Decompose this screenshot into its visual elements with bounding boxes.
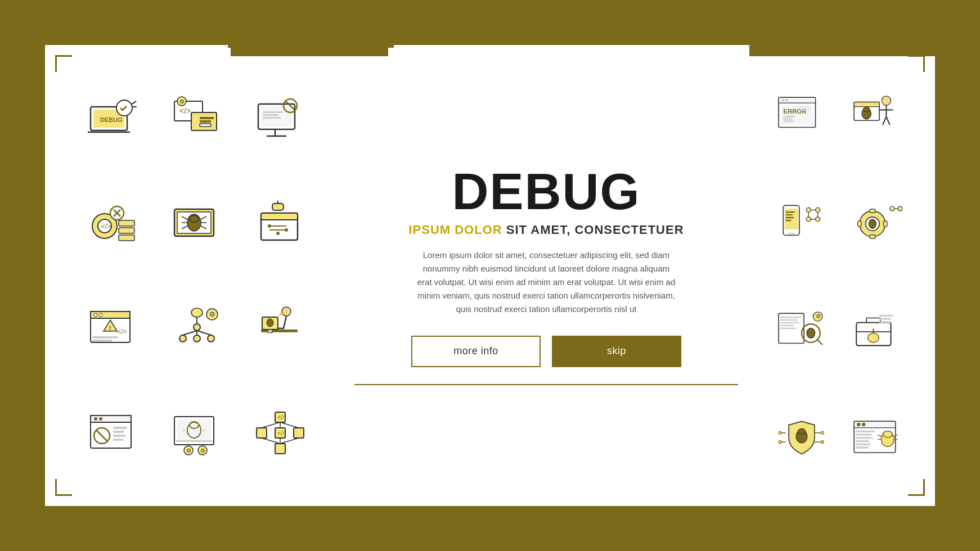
svg-point-53 (99, 313, 102, 317)
svg-point-153 (898, 206, 902, 211)
svg-rect-14 (261, 107, 292, 127)
svg-text:⚙: ⚙ (209, 310, 215, 318)
svg-rect-116 (783, 120, 793, 121)
svg-rect-187 (856, 431, 875, 432)
skip-button[interactable]: skip (552, 336, 681, 367)
more-info-button[interactable]: more info (411, 336, 541, 367)
svg-rect-149 (858, 221, 862, 227)
svg-rect-72 (268, 329, 272, 333)
svg-line-65 (197, 331, 211, 335)
svg-line-162 (817, 340, 822, 345)
icon-browser-bug-code (842, 386, 912, 489)
icon-search-bug: ⚙ (766, 278, 837, 381)
svg-point-49 (276, 232, 280, 235)
svg-point-90 (203, 429, 205, 431)
svg-rect-114 (783, 116, 794, 117)
icon-presentation-bug: ⚙ ⚙ (157, 383, 236, 484)
icon-network-bug: ⚙ (157, 278, 236, 378)
subtitle: IPSUM DOLOR SIT AMET, CONSECTETUER (408, 223, 684, 237)
svg-text:DEBUG: DEBUG (100, 116, 123, 123)
svg-rect-122 (802, 110, 803, 111)
icon-person-debugging (241, 278, 321, 378)
svg-point-62 (208, 335, 214, 342)
subtitle-dark: SIT AMET, CONSECTETUER (502, 223, 684, 237)
svg-point-138 (816, 207, 820, 212)
svg-rect-101 (275, 444, 285, 454)
svg-rect-29 (119, 228, 134, 233)
svg-point-194 (883, 431, 892, 437)
svg-rect-148 (870, 235, 875, 239)
icon-monitor-bug (157, 173, 236, 273)
svg-text:</>: </> (101, 222, 111, 231)
icon-browser-warning: ! </> (73, 278, 152, 378)
svg-point-152 (890, 206, 894, 211)
svg-rect-80 (113, 427, 127, 429)
svg-rect-30 (119, 235, 134, 241)
icon-briefcase-bug (842, 278, 912, 381)
svg-point-58 (191, 308, 203, 317)
svg-point-174 (779, 431, 781, 434)
svg-point-163 (807, 328, 815, 338)
svg-rect-170 (879, 315, 893, 317)
icon-folder-warning (241, 173, 321, 273)
icon-monitor-error (241, 67, 321, 168)
svg-rect-160 (780, 328, 797, 329)
buttons-row: more info skip (411, 336, 681, 367)
svg-text:⚙: ⚙ (179, 98, 185, 105)
main-card: DEBUG </> (45, 45, 935, 506)
svg-point-110 (781, 99, 784, 102)
svg-rect-189 (856, 437, 873, 439)
svg-text:⚙: ⚙ (816, 313, 821, 319)
svg-rect-120 (808, 107, 809, 108)
svg-text:⚙: ⚙ (200, 448, 205, 454)
svg-rect-81 (113, 431, 124, 433)
icon-person-monitor-bug (842, 62, 912, 165)
bracket-bottom-right (908, 479, 925, 496)
svg-point-47 (268, 224, 271, 228)
svg-point-60 (179, 335, 186, 342)
left-icon-panel: DEBUG </> (45, 45, 332, 506)
icon-shield-bug (766, 386, 837, 489)
svg-rect-28 (119, 220, 134, 226)
svg-line-195 (878, 435, 882, 436)
svg-point-89 (183, 429, 185, 431)
icon-gear-bug (842, 170, 912, 273)
svg-rect-21 (263, 117, 281, 119)
svg-rect-123 (805, 110, 806, 111)
svg-point-77 (99, 417, 102, 421)
svg-rect-117 (799, 107, 801, 108)
svg-point-129 (863, 107, 869, 112)
divider-line (354, 384, 738, 385)
svg-rect-127 (854, 102, 879, 107)
svg-point-186 (862, 423, 866, 427)
center-panel: DEBUG IPSUM DOLOR SIT AMET, CONSECTETUER… (332, 45, 761, 506)
svg-point-139 (806, 217, 811, 222)
svg-rect-57 (92, 340, 112, 342)
svg-rect-115 (783, 118, 792, 119)
svg-line-106 (262, 438, 280, 444)
icon-error-screen: ERROR (766, 62, 837, 165)
svg-line-63 (183, 331, 197, 335)
body-text: Lorem ipsum dolor sit amet, consectetuer… (417, 249, 676, 316)
svg-rect-133 (785, 211, 794, 213)
svg-rect-135 (785, 217, 794, 218)
svg-point-185 (857, 423, 861, 427)
bracket-top-left (55, 55, 72, 72)
svg-point-140 (816, 217, 820, 222)
svg-line-79 (96, 430, 107, 441)
svg-rect-118 (802, 107, 803, 108)
bracket-top-right-inner (908, 55, 925, 72)
svg-line-107 (280, 438, 299, 444)
subtitle-yellow: IPSUM DOLOR (408, 223, 502, 237)
svg-text:ERROR: ERROR (783, 108, 807, 115)
svg-point-180 (821, 431, 824, 434)
svg-point-59 (194, 324, 200, 331)
svg-rect-156 (780, 317, 801, 318)
svg-rect-9 (200, 117, 214, 119)
svg-point-176 (779, 441, 781, 444)
svg-rect-119 (805, 107, 806, 108)
icon-browser-block (73, 383, 152, 484)
svg-text:</>: </> (117, 328, 127, 336)
svg-rect-158 (780, 322, 799, 323)
bracket-bottom-left (55, 479, 72, 496)
